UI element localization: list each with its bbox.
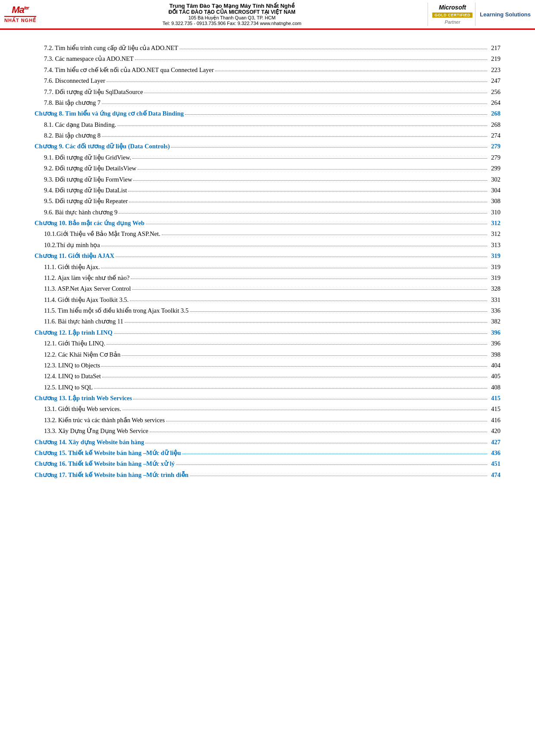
toc-page: 319	[488, 251, 500, 261]
toc-fill	[132, 158, 487, 159]
toc-page: 319	[488, 262, 500, 273]
toc-entry: 7.7. Đối tượng dữ liệu SqlDataSource256	[35, 87, 500, 97]
toc-page: 268	[488, 119, 500, 130]
toc-entry: 12.1. Giới Thiệu LINQ.396	[35, 338, 500, 349]
toc-title: Chương 16. Thiết kế Website bán hàng –Mứ…	[35, 458, 175, 469]
toc-entry: 12.2. Các Khái Niệm Cơ Bản398	[35, 349, 500, 360]
toc-page: 256	[488, 87, 500, 97]
toc-title: 12.3. LINQ to Objects	[35, 360, 100, 371]
toc-title: 9.1. Đối tượng dữ liệu GridView.	[35, 152, 131, 163]
header-center: Trung Tâm Đào Tạo Mạng Máy Tính Nhất Ngh…	[41, 3, 423, 26]
toc-title: Chương 10. Bảo mật các ứng dụng Web	[35, 218, 145, 229]
toc-page: 302	[488, 174, 500, 185]
toc-entry: 9.4. Đối tượng dữ liệu DataList304	[35, 185, 500, 196]
toc-entry: 12.3. LINQ to Objects404	[35, 360, 500, 371]
chapter-entry: Chương 17. Thiết kế Website bán hàng –Mứ…	[35, 470, 500, 480]
toc-fill	[171, 147, 487, 147]
toc-container: 7.2. Tìm hiểu trình cung cấp dữ liệu của…	[35, 43, 500, 480]
microsoft-logo: Microsoft	[439, 4, 466, 11]
toc-fill	[101, 268, 487, 268]
header-line4: Tel: 9.322.735 - 0913.735.906 Fax: 9.322…	[163, 21, 302, 26]
toc-title: 9.5. Đối tượng dữ liệu Repeater	[35, 196, 128, 207]
toc-fill	[102, 136, 487, 137]
toc-fill	[94, 388, 487, 389]
toc-fill	[114, 333, 487, 334]
toc-page: 279	[488, 152, 500, 163]
toc-fill	[135, 60, 487, 60]
toc-title: Chương 14. Xây dựng Website bán hàng	[35, 437, 144, 448]
learning-solutions-label: Learning Solutions	[480, 11, 531, 18]
chapter-entry: Chương 14. Xây dựng Website bán hàng427	[35, 437, 500, 448]
toc-title: 7.8. Bài tập chương 7	[35, 97, 101, 108]
toc-fill	[107, 82, 487, 82]
toc-fill	[117, 125, 487, 126]
toc-title: 9.6. Bài thực hành chương 9	[35, 207, 117, 218]
toc-page: 436	[488, 448, 500, 458]
toc-fill	[190, 476, 487, 476]
toc-entry: 11.2. Ajax làm việc như thế nào?319	[35, 273, 500, 283]
partner-text: Partner	[445, 19, 460, 25]
toc-entry: 11.1. Giới thiệu Ajax.319	[35, 262, 500, 273]
chapter-entry: Chương 12. Lập trình LINQ396	[35, 327, 500, 338]
toc-fill	[125, 322, 487, 323]
toc-page: 415	[488, 404, 500, 414]
header-line1: Trung Tâm Đào Tạo Mạng Máy Tính Nhất Ngh…	[169, 3, 295, 9]
header-line2: ĐỐI TÁC ĐÀO TẠO CỦA MICROSOFT TẠI VIỆT N…	[169, 9, 296, 15]
toc-fill	[128, 191, 487, 191]
toc-fill	[122, 355, 487, 356]
toc-entry: 13.2. Kiến trúc và các thành phần Web se…	[35, 415, 500, 426]
toc-title: Chương 17. Thiết kế Website bán hàng –Mứ…	[35, 470, 189, 480]
toc-title: 12.1. Giới Thiệu LINQ.	[35, 338, 105, 349]
toc-page: 312	[488, 229, 500, 239]
toc-entry: 11.5. Tìm hiểu một số điều khiển trong A…	[35, 305, 500, 316]
toc-entry: 13.3. Xây Dựng Ứng Dụng Web Service420	[35, 426, 500, 436]
toc-page: 405	[488, 371, 500, 382]
toc-entry: 7.3. Các namespace của ADO.NET219	[35, 53, 500, 64]
toc-entry: 12.4. LINQ to DataSet405	[35, 371, 500, 382]
toc-title: Chương 15. Thiết kế Website bán hàng –Mứ…	[35, 448, 181, 458]
toc-page: 279	[488, 141, 500, 152]
toc-page: 310	[488, 207, 500, 218]
toc-entry: 7.2. Tìm hiểu trình cung cấp dữ liệu của…	[35, 43, 500, 53]
toc-page: 319	[488, 273, 500, 283]
toc-page: 396	[488, 338, 500, 349]
logo-master-text: Mater	[12, 5, 29, 15]
toc-fill	[215, 71, 487, 71]
toc-page: 408	[488, 382, 500, 393]
toc-page: 299	[488, 163, 500, 174]
toc-fill	[133, 180, 487, 181]
toc-entry: 8.1. Các dạng Data Binding.268	[35, 119, 500, 130]
toc-title: Chương 11. Giới thiệu AJAX	[35, 251, 114, 261]
toc-title: 10.1.Giới Thiệu về Bảo Mật Trong ASP.Net…	[35, 229, 160, 239]
toc-fill	[185, 114, 487, 115]
toc-entry: 10.1.Giới Thiệu về Bảo Mật Trong ASP.Net…	[35, 229, 500, 239]
toc-title: 13.1. Giới thiệu Web services.	[35, 404, 121, 414]
toc-entry: 13.1. Giới thiệu Web services.415	[35, 404, 500, 414]
toc-page: 451	[488, 458, 500, 469]
toc-entry: 9.6. Bài thực hành chương 9310	[35, 207, 500, 218]
microsoft-certification: Microsoft GOLD CERTIFIED Partner	[428, 3, 472, 26]
toc-title: 7.7. Đối tượng dữ liệu SqlDataSource	[35, 87, 143, 97]
toc-page: 308	[488, 196, 500, 207]
toc-title: 9.3. Đối tượng dữ liệu FormView	[35, 174, 132, 185]
toc-fill	[102, 104, 487, 104]
toc-page: 268	[488, 108, 500, 119]
toc-entry: 12.5. LINQ to SQL408	[35, 382, 500, 393]
toc-fill	[144, 93, 487, 93]
chapter-entry: Chương 11. Giới thiệu AJAX319	[35, 251, 500, 261]
toc-fill	[101, 366, 487, 367]
toc-fill	[182, 454, 487, 454]
toc-title: 12.2. Các Khái Niệm Cơ Bản	[35, 349, 120, 360]
toc-fill	[138, 169, 487, 169]
toc-fill	[131, 279, 487, 279]
toc-fill	[133, 399, 487, 399]
toc-page: 331	[488, 295, 500, 305]
toc-entry: 7.4. Tìm hiểu cơ chế kết nối của ADO.NET…	[35, 65, 500, 75]
toc-page: 415	[488, 393, 500, 404]
toc-page: 217	[488, 43, 500, 53]
toc-title: 13.3. Xây Dựng Ứng Dụng Web Service	[35, 426, 148, 436]
chapter-entry: Chương 13. Lập trình Web Services415	[35, 393, 500, 404]
toc-page: 382	[488, 316, 500, 327]
gold-certified-badge: GOLD CERTIFIED	[432, 13, 472, 18]
toc-fill	[150, 432, 487, 432]
